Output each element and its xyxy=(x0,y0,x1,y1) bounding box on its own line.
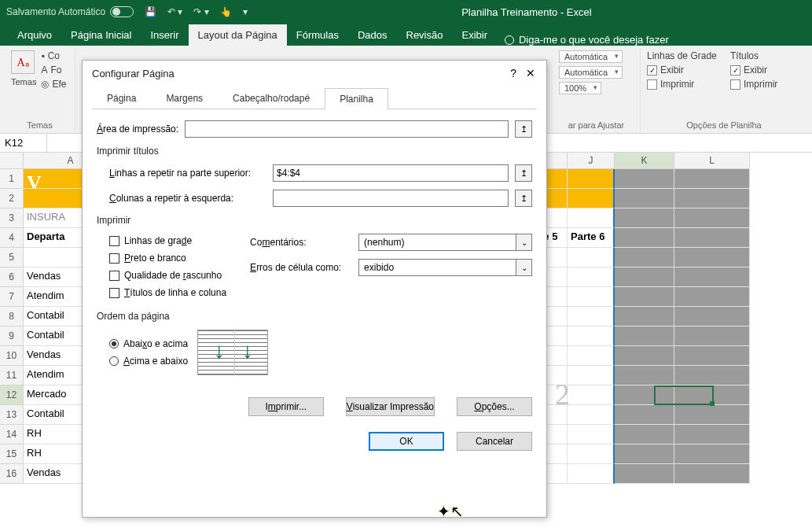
row-header-14[interactable]: 14 xyxy=(0,425,24,444)
cell[interactable] xyxy=(615,405,674,425)
row-header-1[interactable]: 1 xyxy=(0,169,24,189)
cell[interactable] xyxy=(615,228,674,248)
height-dropdown[interactable]: Automática xyxy=(559,66,623,79)
themes-icon[interactable]: Aₐ xyxy=(11,50,35,74)
tell-me-box[interactable]: Diga-me o que você deseja fazer xyxy=(505,34,669,46)
name-box[interactable]: K12 xyxy=(0,134,47,152)
cell[interactable] xyxy=(674,425,750,444)
tab-exibir[interactable]: Exibir xyxy=(452,24,497,46)
cell[interactable] xyxy=(674,287,750,307)
save-icon[interactable]: 💾 xyxy=(145,6,156,17)
row-header-16[interactable]: 16 xyxy=(0,464,24,484)
over-down-radio[interactable]: Acima e abaixo xyxy=(109,356,188,367)
cell[interactable] xyxy=(674,248,750,267)
comments-dropdown[interactable]: ⌄ xyxy=(358,234,532,251)
print-button[interactable]: Imprimir... xyxy=(248,397,324,416)
dialog-tab-planilha[interactable]: Planilha xyxy=(325,88,388,109)
cell[interactable] xyxy=(568,366,615,385)
select-all-corner[interactable] xyxy=(0,153,24,169)
cell[interactable] xyxy=(568,405,615,425)
cell[interactable] xyxy=(615,287,674,307)
rows-repeat-ref-button[interactable]: ↥ xyxy=(515,164,532,182)
down-over-radio[interactable]: Abaixo e acima xyxy=(109,338,188,349)
cell[interactable] xyxy=(568,287,615,307)
headings-print-checkbox[interactable]: Imprimir xyxy=(730,79,801,90)
cell[interactable] xyxy=(568,208,615,228)
touch-mode-icon[interactable]: 👆 xyxy=(220,6,232,17)
cell[interactable] xyxy=(568,444,615,464)
chevron-down-icon[interactable]: ⌄ xyxy=(516,234,532,251)
cell-errors-dropdown[interactable]: ⌄ xyxy=(358,259,532,276)
row-header-12[interactable]: 12 xyxy=(0,385,24,405)
cell[interactable] xyxy=(674,169,750,189)
cell[interactable] xyxy=(674,366,750,385)
row-header-2[interactable]: 2 xyxy=(0,189,24,208)
column-header-J[interactable]: J xyxy=(568,153,615,169)
row-header-5[interactable]: 5 xyxy=(0,248,24,267)
tab-inserir[interactable]: Inserir xyxy=(141,24,188,46)
cell[interactable] xyxy=(674,189,750,208)
cell[interactable] xyxy=(568,425,615,444)
row-header-6[interactable]: 6 xyxy=(0,267,24,287)
cell[interactable] xyxy=(615,444,674,464)
cell[interactable] xyxy=(615,366,674,385)
headings-checkbox[interactable]: Títulos de linha e coluna xyxy=(109,287,226,298)
cell[interactable] xyxy=(568,326,615,346)
chevron-down-icon[interactable]: ⌄ xyxy=(516,259,532,276)
cell[interactable] xyxy=(615,267,674,287)
cell[interactable] xyxy=(568,464,615,484)
column-header-K[interactable]: K xyxy=(615,153,674,169)
cell[interactable] xyxy=(615,346,674,366)
undo-icon[interactable]: ↶ ▾ xyxy=(167,6,182,17)
cell[interactable] xyxy=(674,405,750,425)
cell[interactable] xyxy=(568,346,615,366)
row-header-4[interactable]: 4 xyxy=(0,228,24,248)
cell[interactable] xyxy=(674,346,750,366)
cancel-button[interactable]: Cancelar xyxy=(457,432,532,451)
row-header-7[interactable]: 7 xyxy=(0,287,24,307)
gridlines-view-checkbox[interactable]: ✓ Exibir xyxy=(647,65,726,76)
cell[interactable] xyxy=(615,385,674,405)
headings-view-checkbox[interactable]: ✓ Exibir xyxy=(730,65,801,76)
options-button[interactable]: Opções... xyxy=(457,397,532,416)
cell[interactable] xyxy=(615,326,674,346)
column-header-L[interactable]: L xyxy=(674,153,750,169)
tab-revisao[interactable]: Revisão xyxy=(397,24,453,46)
cols-repeat-input[interactable] xyxy=(273,190,509,207)
tab-formulas[interactable]: Fórmulas xyxy=(287,24,348,46)
cell[interactable] xyxy=(615,307,674,326)
redo-icon[interactable]: ↷ ▾ xyxy=(193,6,208,17)
cell[interactable] xyxy=(568,248,615,267)
dialog-tab-margens[interactable]: Margens xyxy=(151,87,218,109)
row-header-15[interactable]: 15 xyxy=(0,444,24,464)
theme-colors-button[interactable]: ▪ Co xyxy=(41,50,66,61)
row-header-11[interactable]: 11 xyxy=(0,366,24,385)
cell[interactable] xyxy=(674,326,750,346)
rows-repeat-input[interactable] xyxy=(273,164,509,182)
cell[interactable] xyxy=(615,208,674,228)
cell[interactable] xyxy=(568,267,615,287)
cell[interactable] xyxy=(615,248,674,267)
width-dropdown[interactable]: Automática xyxy=(559,50,623,63)
cell[interactable] xyxy=(615,425,674,444)
tab-dados[interactable]: Dados xyxy=(348,24,397,46)
cell[interactable] xyxy=(674,307,750,326)
tab-arquivo[interactable]: Arquivo xyxy=(8,24,61,46)
dialog-close-button[interactable]: ✕ xyxy=(521,65,540,81)
cell[interactable] xyxy=(674,464,750,484)
tab-layout[interactable]: Layout da Página xyxy=(189,24,287,46)
gridlines-checkbox[interactable]: Linhas de grade xyxy=(109,235,226,246)
ok-button[interactable]: OK xyxy=(369,432,444,451)
cell[interactable] xyxy=(674,208,750,228)
theme-fonts-button[interactable]: A Fo xyxy=(41,65,66,76)
cell[interactable] xyxy=(674,444,750,464)
row-header-10[interactable]: 10 xyxy=(0,346,24,366)
blackwhite-checkbox[interactable]: Preto e branco xyxy=(109,253,226,264)
print-area-ref-button[interactable]: ↥ xyxy=(515,120,532,138)
cell[interactable] xyxy=(674,385,750,405)
cell[interactable] xyxy=(615,169,674,189)
row-header-13[interactable]: 13 xyxy=(0,405,24,425)
dialog-tab-pagina[interactable]: Página xyxy=(92,87,151,109)
cell[interactable] xyxy=(568,189,615,208)
autosave-toggle[interactable]: Salvamento Automático xyxy=(6,6,134,17)
